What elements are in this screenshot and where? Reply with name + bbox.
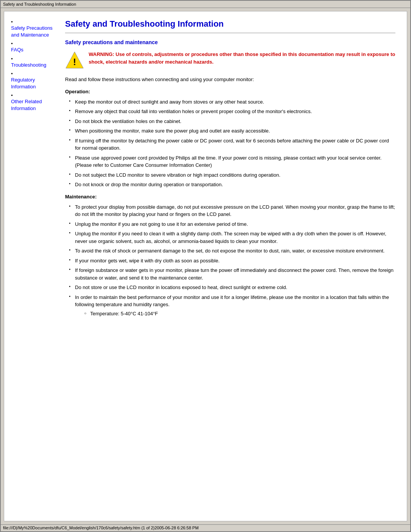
list-item: In order to maintain the best performanc… [69,294,395,318]
maintenance-title: Maintenance: [65,194,395,200]
sub-list-item: Temperature: 5-40°C 41-104°F [84,310,395,318]
sidebar-item-regulatory[interactable]: Regulatory Information [11,71,58,90]
svg-text:!: ! [73,57,76,67]
page-content: Safety Precautions and Maintenance FAQs … [4,11,407,521]
sidebar-link-regulatory[interactable]: Regulatory Information [11,77,58,90]
browser-window: Safety and Troubleshooting Information S… [0,0,411,532]
title-bar: Safety and Troubleshooting Information [1,1,410,8]
sidebar: Safety Precautions and Maintenance FAQs … [8,15,61,326]
section-title: Safety precautions and maintenance [65,39,395,45]
sidebar-link-other[interactable]: Other Related Information [11,98,58,112]
maintenance-list: To protect your display from possible da… [65,203,395,318]
list-item: If your monitor gets wet, wipe it with d… [69,257,395,265]
title-bar-text: Safety and Troubleshooting Information [3,2,76,6]
intro-text: Read and follow these instructions when … [65,76,395,83]
sidebar-item-other[interactable]: Other Related Information [11,93,58,112]
warning-text: WARNING: Use of controls, adjustments or… [89,51,395,66]
list-item: Keep the monitor out of direct sunlight … [69,98,395,106]
list-item: If foreign substance or water gets in yo… [69,267,395,281]
warning-icon: ! [65,51,84,70]
sidebar-link-troubleshooting[interactable]: Troubleshooting [11,62,58,69]
list-item: To avoid the risk of shock or permanent … [69,247,395,255]
list-item: Unplug the monitor if you need to clean … [69,230,395,245]
operation-list: Keep the monitor out of direct sunlight … [65,98,395,189]
page-layout: Safety Precautions and Maintenance FAQs … [8,15,403,326]
list-item: Do not subject the LCD monitor to severe… [69,171,395,179]
sidebar-link-faqs[interactable]: FAQs [11,46,58,53]
list-item: Do not knock or drop the monitor during … [69,181,395,189]
list-item: Do not block the ventilation holes on th… [69,118,395,125]
list-item: When positioning the monitor, make sure … [69,127,395,135]
divider [65,33,395,33]
sidebar-item-safety[interactable]: Safety Precautions and Maintenance [11,19,58,38]
sidebar-item-faqs[interactable]: FAQs [11,41,58,53]
warning-box: ! WARNING: Use of controls, adjustments … [65,51,395,70]
list-item: Do not store or use the LCD monitor in l… [69,284,395,291]
status-bar-text: file:///D|/My%20Documents/dfu/C6_Model/e… [3,526,199,530]
sidebar-item-troubleshooting[interactable]: Troubleshooting [11,56,58,69]
main-content: Safety and Troubleshooting Information S… [61,15,403,326]
list-item: Remove any object that could fall into v… [69,108,395,115]
list-item: If turning off the monitor by detaching … [69,137,395,152]
status-bar: file:///D|/My%20Documents/dfu/C6_Model/e… [1,524,410,531]
sub-list: Temperature: 5-40°C 41-104°F [75,310,395,318]
sidebar-link-safety[interactable]: Safety Precautions and Maintenance [11,25,58,38]
list-item: Unplug the monitor if you are not going … [69,220,395,228]
list-item: To protect your display from possible da… [69,203,395,218]
operation-title: Operation: [65,89,395,94]
page-title: Safety and Troubleshooting Information [65,19,395,29]
list-item: Please use approved power cord provided … [69,154,395,169]
